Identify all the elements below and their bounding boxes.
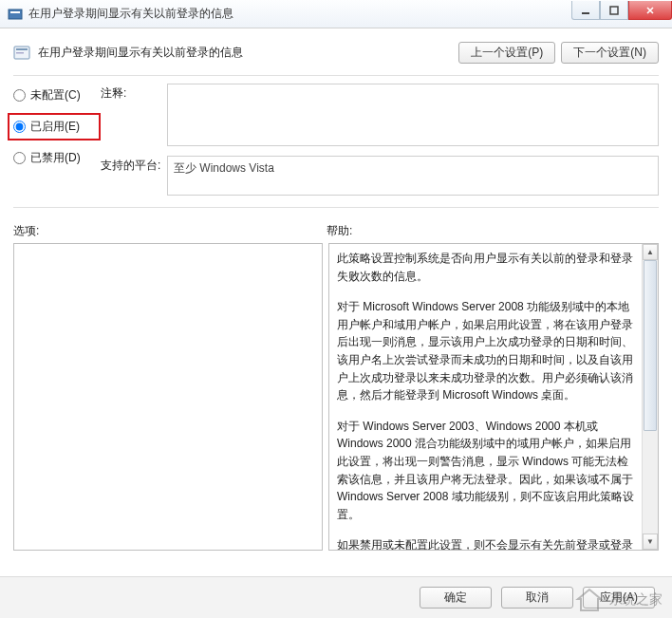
app-icon [8, 7, 23, 22]
radio-disabled-label: 已禁用(D) [30, 150, 81, 166]
maximize-button[interactable] [600, 1, 628, 20]
svg-rect-5 [16, 48, 28, 50]
help-text: 此策略设置控制系统是否向用户显示有关以前的登录和登录失败次数的信息。 对于 Mi… [329, 244, 642, 550]
svg-rect-3 [610, 7, 618, 14]
header-title: 在用户登录期间显示有关以前登录的信息 [38, 45, 458, 61]
title-bar: 在用户登录期间显示有关以前登录的信息 [0, 0, 672, 28]
help-paragraph: 对于 Microsoft Windows Server 2008 功能级别域中的… [337, 298, 634, 404]
scroll-track[interactable] [643, 260, 658, 534]
state-radio-group: 未配置(C) 已启用(E) 已禁用(D) [13, 84, 101, 205]
scroll-down-button[interactable]: ▼ [643, 534, 658, 550]
platform-label: 支持的平台: [101, 156, 167, 174]
supported-platform-box: 至少 Windows Vista [167, 156, 659, 196]
help-paragraph: 如果禁用或未配置此设置，则不会显示有关先前登录或登录失败的消息。 [337, 536, 634, 550]
comment-label: 注释: [101, 84, 167, 102]
radio-enabled-label: 已启用(E) [30, 119, 80, 135]
comment-textarea[interactable] [167, 84, 659, 146]
close-button[interactable] [628, 1, 672, 20]
radio-not-configured-label: 未配置(C) [30, 87, 81, 103]
header-row: 在用户登录期间显示有关以前登录的信息 上一个设置(P) 下一个设置(N) [13, 38, 659, 75]
divider [13, 75, 659, 76]
help-paragraph: 此策略设置控制系统是否向用户显示有关以前的登录和登录失败次数的信息。 [337, 250, 634, 285]
ok-button[interactable]: 确定 [420, 587, 492, 609]
help-panel: 此策略设置控制系统是否向用户显示有关以前的登录和登录失败次数的信息。 对于 Mi… [328, 243, 659, 551]
divider2 [13, 207, 659, 208]
radio-enabled-input[interactable] [13, 121, 26, 133]
previous-setting-button[interactable]: 上一个设置(P) [458, 42, 555, 64]
svg-rect-2 [582, 12, 589, 14]
window-title: 在用户登录期间显示有关以前登录的信息 [28, 6, 571, 22]
radio-not-configured-input[interactable] [13, 89, 26, 102]
radio-disabled-input[interactable] [13, 152, 26, 164]
svg-rect-0 [9, 9, 22, 19]
next-setting-button[interactable]: 下一个设置(N) [561, 42, 659, 64]
supported-platform-value: 至少 Windows Vista [174, 161, 274, 175]
help-paragraph: 对于 Windows Server 2003、Windows 2000 本机或 … [337, 418, 634, 524]
help-label: 帮助: [327, 223, 659, 239]
apply-button[interactable]: 应用(A) [583, 587, 655, 609]
policy-icon [13, 45, 30, 62]
radio-disabled[interactable]: 已禁用(D) [13, 150, 101, 166]
radio-enabled[interactable]: 已启用(E) [8, 113, 101, 140]
scroll-thumb[interactable] [644, 260, 657, 431]
options-panel [13, 243, 323, 551]
minimize-button[interactable] [571, 1, 600, 20]
window-controls [571, 1, 672, 22]
cancel-button[interactable]: 取消 [501, 587, 573, 609]
dialog-footer: 确定 取消 应用(A) [0, 576, 672, 618]
svg-rect-1 [10, 11, 20, 13]
svg-rect-6 [16, 52, 24, 54]
scroll-up-button[interactable]: ▲ [643, 244, 658, 260]
options-label: 选项: [13, 223, 327, 239]
radio-not-configured[interactable]: 未配置(C) [13, 87, 101, 103]
help-scrollbar[interactable]: ▲ ▼ [642, 244, 658, 550]
